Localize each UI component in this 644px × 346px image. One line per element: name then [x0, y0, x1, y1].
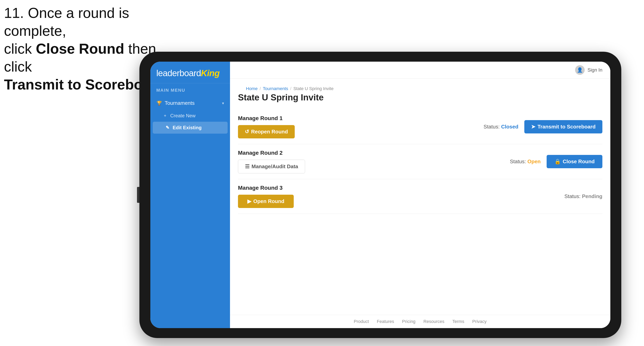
instruction-line2-prefix: click — [4, 41, 36, 57]
round-2-status: Status: Open — [510, 159, 541, 165]
chevron-down-icon: ▾ — [222, 101, 224, 106]
lock-icon: 🔒 — [554, 159, 561, 165]
round-1-status-value: Closed — [501, 124, 518, 130]
page-content: Home / Tournaments / State U Spring Invi… — [230, 79, 610, 315]
footer: Product Features Pricing Resources Terms… — [230, 315, 610, 328]
footer-terms[interactable]: Terms — [452, 319, 464, 324]
round-3-status: Status: Pending — [564, 193, 602, 199]
page-title: State U Spring Invite — [238, 92, 602, 102]
instruction-close-round-bold: Close Round — [36, 41, 124, 57]
tournaments-icon: 🏆 — [156, 100, 162, 106]
close-round-button[interactable]: 🔒 Close Round — [546, 155, 602, 168]
breadcrumb-sep1: / — [260, 86, 261, 91]
transmit-icon: ➤ — [531, 124, 536, 130]
round-3-title: Manage Round 3 — [238, 185, 294, 191]
main-content: 👤 Sign In Home / Tournaments / State U S… — [230, 62, 610, 328]
sidebar-menu-label: MAIN MENU — [150, 83, 230, 95]
app-container: leaderboardKing MAIN MENU 🏆 Tournaments … — [150, 62, 610, 328]
round-1-section: Manage Round 1 ↺ Reopen Round Status: Cl… — [238, 110, 602, 144]
tournaments-label: Tournaments — [165, 100, 194, 106]
round-2-section: Manage Round 2 ☰ Manage/Audit Data Statu… — [238, 144, 602, 179]
footer-resources[interactable]: Resources — [423, 319, 444, 324]
edit-existing-icon: ✎ — [165, 125, 170, 131]
create-new-label: Create New — [170, 113, 196, 119]
round-1-status: Status: Closed — [484, 124, 518, 130]
tablet-device: leaderboardKing MAIN MENU 🏆 Tournaments … — [140, 52, 621, 338]
tablet-screen: leaderboardKing MAIN MENU 🏆 Tournaments … — [150, 62, 610, 328]
footer-privacy[interactable]: Privacy — [472, 319, 486, 324]
round-3-status-value: Pending — [582, 193, 602, 199]
sidebar-item-edit-existing[interactable]: ✎ Edit Existing — [153, 122, 228, 134]
footer-product[interactable]: Product — [354, 319, 369, 324]
transmit-scoreboard-button[interactable]: ➤ Transmit to Scoreboard — [524, 120, 602, 133]
sign-in-label: Sign In — [588, 67, 602, 73]
round-2-title: Manage Round 2 — [238, 150, 305, 156]
logo-area: leaderboardKing — [150, 62, 230, 83]
breadcrumb-tournaments[interactable]: Tournaments — [263, 86, 288, 91]
breadcrumb-current: State U Spring Invite — [293, 86, 334, 91]
user-avatar: 👤 — [575, 65, 585, 75]
round-2-status-value: Open — [528, 159, 541, 165]
reopen-round-button[interactable]: ↺ Reopen Round — [238, 125, 295, 138]
create-new-icon: + — [162, 113, 168, 119]
sidebar-item-tournaments[interactable]: 🏆 Tournaments ▾ — [150, 96, 230, 110]
reopen-icon: ↺ — [245, 129, 249, 135]
footer-features[interactable]: Features — [377, 319, 394, 324]
edit-existing-label: Edit Existing — [173, 125, 202, 131]
breadcrumb-sep2: / — [290, 86, 291, 91]
round-3-section: Manage Round 3 ▶ Open Round Status: Pend… — [238, 179, 602, 214]
instruction-line1: 11. Once a round is complete, — [4, 4, 183, 40]
logo-king: King — [201, 68, 220, 78]
logo-leaderboard: leaderboard — [156, 68, 201, 78]
sidebar-item-create-new[interactable]: + Create New — [150, 110, 230, 122]
top-bar: 👤 Sign In — [230, 62, 610, 79]
footer-pricing[interactable]: Pricing — [402, 319, 416, 324]
round-1-title: Manage Round 1 — [238, 115, 295, 122]
sign-in-area[interactable]: 👤 Sign In — [575, 65, 602, 75]
open-round-icon: ▶ — [247, 198, 251, 204]
manage-audit-button[interactable]: ☰ Manage/Audit Data — [238, 160, 305, 173]
sidebar-nav: 🏆 Tournaments ▾ + Create New ✎ Edit Exis… — [150, 95, 230, 328]
audit-icon: ☰ — [245, 164, 250, 170]
breadcrumb: Home / Tournaments / State U Spring Invi… — [238, 83, 602, 92]
sidebar: leaderboardKing MAIN MENU 🏆 Tournaments … — [150, 62, 230, 328]
open-round-button[interactable]: ▶ Open Round — [238, 195, 294, 208]
breadcrumb-home[interactable]: Home — [246, 86, 258, 91]
tablet-side-button — [137, 187, 140, 203]
